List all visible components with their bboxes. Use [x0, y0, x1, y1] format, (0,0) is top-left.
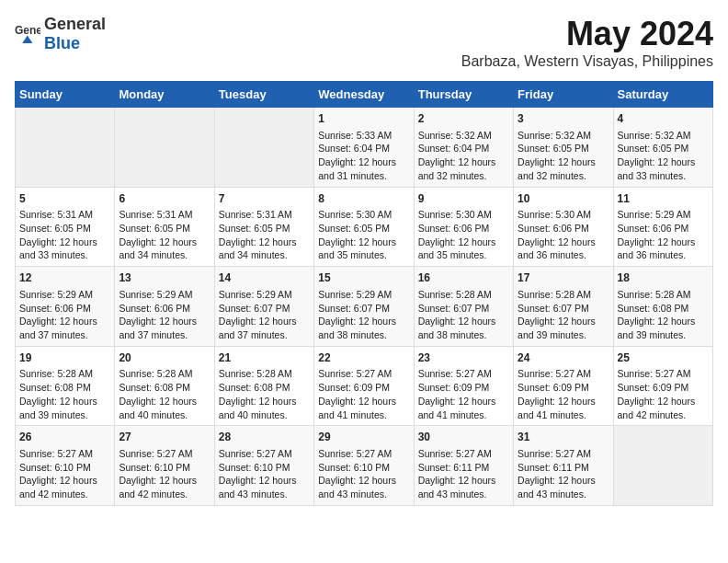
cell-content-line: and 42 minutes. [19, 488, 110, 501]
cell-content-line: Sunrise: 5:28 AM [19, 367, 110, 381]
cell-content-line: Daylight: 12 hours [618, 315, 709, 328]
cell-content-line: Daylight: 12 hours [219, 315, 310, 328]
cell-content-line: Sunrise: 5:33 AM [318, 129, 409, 143]
cell-content-line: Daylight: 12 hours [518, 236, 609, 249]
day-number: 8 [318, 191, 409, 207]
cell-content-line: Sunrise: 5:29 AM [618, 208, 709, 222]
cell-content-line: Sunset: 6:08 PM [618, 302, 709, 316]
day-header-tuesday: Tuesday [214, 82, 313, 108]
day-number: 24 [518, 350, 609, 366]
calendar-cell [16, 108, 115, 188]
cell-content-line: Sunset: 6:05 PM [618, 142, 709, 155]
day-number: 27 [119, 430, 210, 445]
calendar-table: SundayMondayTuesdayWednesdayThursdayFrid… [15, 81, 713, 506]
day-number: 17 [518, 270, 609, 286]
cell-content-line: Sunrise: 5:29 AM [318, 288, 409, 302]
calendar-cell: 14Sunrise: 5:29 AMSunset: 6:07 PMDayligh… [214, 267, 313, 347]
day-header-monday: Monday [115, 82, 214, 108]
cell-content-line: Sunrise: 5:28 AM [618, 288, 709, 302]
cell-content-line: Sunset: 6:06 PM [19, 302, 110, 316]
calendar-cell: 29Sunrise: 5:27 AMSunset: 6:10 PMDayligh… [314, 426, 414, 506]
cell-content-line: Sunset: 6:06 PM [119, 302, 210, 316]
cell-content-line: Daylight: 12 hours [19, 236, 110, 249]
logo-general-text: General [44, 15, 106, 33]
day-number: 21 [219, 350, 310, 366]
calendar-cell: 5Sunrise: 5:31 AMSunset: 6:05 PMDaylight… [16, 187, 115, 267]
cell-content-line: Sunrise: 5:29 AM [219, 288, 310, 302]
cell-content-line: Sunrise: 5:27 AM [19, 447, 110, 461]
cell-content-line: Sunrise: 5:32 AM [418, 129, 509, 143]
day-number: 10 [518, 191, 609, 207]
day-number: 28 [219, 430, 310, 445]
day-header-thursday: Thursday [414, 82, 513, 108]
cell-content-line: and 35 minutes. [418, 248, 509, 262]
calendar-cell: 23Sunrise: 5:27 AMSunset: 6:09 PMDayligh… [414, 346, 513, 426]
cell-content-line: Sunrise: 5:32 AM [618, 129, 709, 143]
cell-content-line: Daylight: 12 hours [119, 315, 210, 328]
calendar-cell [115, 108, 214, 188]
calendar-cell [613, 426, 712, 506]
cell-content-line: Sunrise: 5:31 AM [219, 208, 310, 222]
cell-content-line: Daylight: 12 hours [518, 155, 609, 169]
calendar-cell: 10Sunrise: 5:30 AMSunset: 6:06 PMDayligh… [514, 187, 613, 267]
cell-content-line: and 40 minutes. [219, 408, 310, 422]
day-header-friday: Friday [514, 82, 613, 108]
day-number: 7 [219, 191, 310, 207]
cell-content-line: and 37 minutes. [219, 328, 310, 342]
cell-content-line: Sunrise: 5:32 AM [518, 129, 609, 143]
cell-content-line: Daylight: 12 hours [618, 395, 709, 408]
calendar-cell: 2Sunrise: 5:32 AMSunset: 6:04 PMDaylight… [414, 108, 513, 188]
cell-content-line: and 37 minutes. [119, 328, 210, 342]
cell-content-line: Sunset: 6:05 PM [19, 222, 110, 236]
calendar-cell: 1Sunrise: 5:33 AMSunset: 6:04 PMDaylight… [314, 108, 414, 188]
day-number: 16 [418, 270, 509, 286]
cell-content-line: Sunset: 6:05 PM [518, 142, 609, 155]
cell-content-line: Daylight: 12 hours [518, 395, 609, 408]
calendar-week-row: 26Sunrise: 5:27 AMSunset: 6:10 PMDayligh… [16, 426, 713, 506]
cell-content-line: and 36 minutes. [518, 248, 609, 262]
calendar-cell: 7Sunrise: 5:31 AMSunset: 6:05 PMDaylight… [214, 187, 313, 267]
day-number: 3 [518, 111, 609, 127]
cell-content-line: and 41 minutes. [518, 408, 609, 422]
day-number: 13 [119, 270, 210, 286]
cell-content-line: and 40 minutes. [119, 408, 210, 422]
calendar-cell: 4Sunrise: 5:32 AMSunset: 6:05 PMDaylight… [613, 108, 712, 188]
calendar-cell: 25Sunrise: 5:27 AMSunset: 6:09 PMDayligh… [613, 346, 712, 426]
cell-content-line: Sunset: 6:07 PM [219, 302, 310, 316]
cell-content-line: Sunset: 6:09 PM [618, 381, 709, 395]
day-number: 31 [518, 430, 609, 445]
cell-content-line: Daylight: 12 hours [618, 236, 709, 249]
logo-blue-text: Blue [44, 34, 80, 52]
cell-content-line: Sunset: 6:10 PM [19, 461, 110, 475]
subtitle: Barbaza, Western Visayas, Philippines [461, 53, 713, 70]
cell-content-line: Sunrise: 5:30 AM [318, 208, 409, 222]
day-number: 2 [418, 111, 509, 127]
cell-content-line: and 38 minutes. [318, 328, 409, 342]
day-number: 4 [618, 111, 709, 127]
cell-content-line: Sunrise: 5:29 AM [19, 288, 110, 302]
cell-content-line: Sunset: 6:05 PM [119, 222, 210, 236]
cell-content-line: Sunrise: 5:27 AM [119, 447, 210, 461]
cell-content-line: Sunset: 6:09 PM [418, 381, 509, 395]
calendar-cell: 15Sunrise: 5:29 AMSunset: 6:07 PMDayligh… [314, 267, 414, 347]
cell-content-line: Sunrise: 5:27 AM [318, 367, 409, 381]
cell-content-line: Sunset: 6:06 PM [618, 222, 709, 236]
calendar-cell: 19Sunrise: 5:28 AMSunset: 6:08 PMDayligh… [16, 346, 115, 426]
cell-content-line: Sunset: 6:11 PM [418, 461, 509, 475]
cell-content-line: Daylight: 12 hours [219, 474, 310, 488]
cell-content-line: and 43 minutes. [518, 488, 609, 501]
cell-content-line: Sunset: 6:08 PM [119, 381, 210, 395]
cell-content-line: Daylight: 12 hours [19, 315, 110, 328]
cell-content-line: Daylight: 12 hours [119, 236, 210, 249]
cell-content-line: Daylight: 12 hours [219, 395, 310, 408]
cell-content-line: Sunrise: 5:29 AM [119, 288, 210, 302]
day-number: 11 [618, 191, 709, 207]
logo: General General Blue [15, 15, 106, 53]
cell-content-line: Sunrise: 5:30 AM [418, 208, 509, 222]
calendar-cell: 13Sunrise: 5:29 AMSunset: 6:06 PMDayligh… [115, 267, 214, 347]
calendar-cell: 26Sunrise: 5:27 AMSunset: 6:10 PMDayligh… [16, 426, 115, 506]
calendar-cell: 11Sunrise: 5:29 AMSunset: 6:06 PMDayligh… [613, 187, 712, 267]
cell-content-line: Sunset: 6:09 PM [318, 381, 409, 395]
cell-content-line: and 39 minutes. [518, 328, 609, 342]
day-number: 12 [19, 270, 110, 286]
